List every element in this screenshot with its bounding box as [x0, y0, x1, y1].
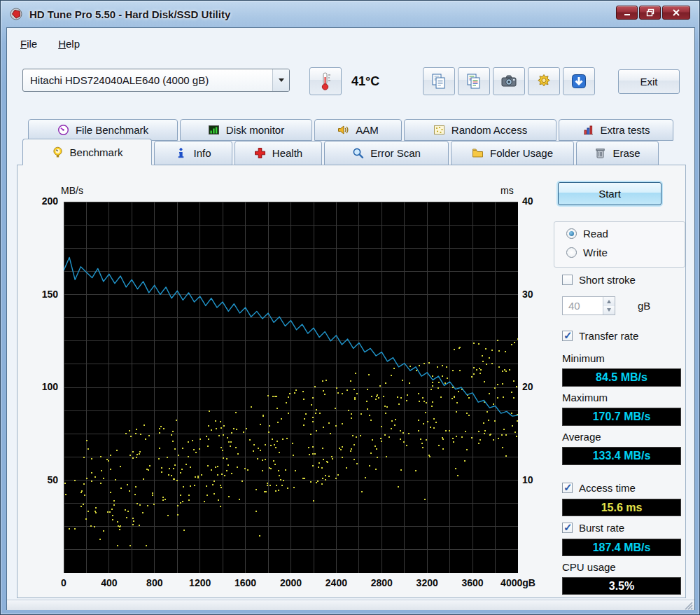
tab-label: Health	[272, 147, 302, 159]
y-right-tick: 10	[522, 474, 553, 485]
average-value: 133.4 MB/s	[562, 447, 681, 465]
temperature-value: 41°C	[351, 74, 379, 89]
restore-icon	[646, 8, 654, 17]
close-button[interactable]	[662, 6, 690, 20]
tab-random-access[interactable]: Random Access	[404, 119, 556, 141]
tab-disk-monitor[interactable]: Disk monitor	[180, 119, 312, 141]
checkbox-icon[interactable]	[562, 483, 573, 493]
tab-info[interactable]: Info	[154, 141, 232, 165]
trash-icon	[594, 147, 606, 159]
arrow-down-icon	[607, 308, 611, 312]
read-radio[interactable]: Read	[566, 228, 608, 240]
average-label: Average	[562, 431, 601, 443]
arrow-up-icon	[607, 300, 611, 303]
burst-rate-label: Burst rate	[579, 522, 624, 534]
y-left-axis-title: MB/s	[61, 185, 83, 196]
checkbox-icon[interactable]	[562, 523, 573, 533]
multi-bars-icon	[582, 124, 594, 136]
tab-erase[interactable]: Erase	[576, 141, 659, 165]
spinner-up-button[interactable]	[603, 297, 615, 306]
options-button[interactable]	[528, 67, 560, 95]
y-right-tick: 30	[522, 289, 553, 300]
gear-icon	[535, 72, 553, 90]
spinner-down-button[interactable]	[603, 306, 615, 315]
copy-image-button[interactable]	[458, 67, 490, 95]
tab-label: AAM	[356, 124, 379, 136]
info-icon	[175, 147, 187, 159]
y-left-tick: 100	[23, 381, 58, 392]
gauge-purple-icon	[57, 124, 69, 136]
client-area: File Help Hitachi HDS724040ALE640 (4000 …	[6, 27, 695, 610]
thermometer-icon	[316, 71, 335, 92]
burst-rate-checkbox[interactable]: Burst rate	[562, 522, 624, 534]
tab-folder-usage[interactable]: Folder Usage	[451, 141, 574, 165]
cpu-usage-label: CPU usage	[562, 561, 616, 573]
exit-button[interactable]: Exit	[618, 69, 680, 94]
tab-aam[interactable]: AAM	[314, 119, 402, 141]
radio-icon[interactable]	[566, 228, 577, 239]
camera-icon	[500, 72, 518, 90]
checkbox-icon[interactable]	[562, 331, 573, 341]
read-radio-label: Read	[583, 228, 608, 240]
y-left-tick: 150	[23, 289, 58, 300]
menu-file[interactable]: File	[13, 35, 45, 53]
tab-extra-tests[interactable]: Extra tests	[559, 119, 673, 141]
access-time-checkbox[interactable]: Access time	[562, 482, 636, 494]
tab-label: Erase	[612, 147, 640, 159]
screenshot-button[interactable]	[493, 67, 525, 95]
app-window: HD Tune Pro 5.50 - Hard Disk/SSD Utility…	[0, 0, 700, 615]
tab-file-benchmark[interactable]: File Benchmark	[28, 119, 178, 141]
tab-health[interactable]: Health	[234, 141, 322, 165]
transfer-rate-label: Transfer rate	[579, 330, 638, 342]
resize-grip[interactable]	[685, 600, 693, 609]
speaker-icon	[337, 124, 349, 136]
cpu-usage-value: 3.5%	[562, 577, 681, 595]
status-bar	[7, 600, 694, 610]
start-button[interactable]: Start	[558, 182, 662, 205]
minimize-button[interactable]	[616, 6, 638, 20]
drive-select[interactable]: Hitachi HDS724040ALE640 (4000 gB)	[22, 69, 290, 92]
short-stroke-value[interactable]: 40	[563, 297, 603, 315]
magnifier-icon	[352, 147, 364, 159]
restore-button[interactable]	[639, 6, 661, 20]
green-bars-icon	[208, 124, 220, 136]
radio-icon[interactable]	[566, 247, 577, 258]
short-stroke-unit: gB	[638, 300, 650, 312]
transfer-rate-checkbox[interactable]: Transfer rate	[562, 330, 638, 342]
minimum-label: Minimum	[562, 352, 605, 364]
short-stroke-spinner[interactable]: 40	[562, 296, 615, 315]
tab-label: Random Access	[451, 124, 527, 136]
tab-label: File Benchmark	[76, 124, 148, 136]
tab-label: Extra tests	[601, 124, 650, 136]
copy-pages-color-icon	[465, 72, 483, 90]
save-button[interactable]	[563, 67, 595, 95]
maximum-label: Maximum	[562, 392, 608, 403]
tab-label: Error Scan	[370, 147, 421, 159]
short-stroke-checkbox[interactable]: Short stroke	[562, 274, 636, 286]
y-left-tick: 50	[23, 474, 58, 485]
tab-benchmark[interactable]: Benchmark	[22, 139, 152, 165]
copy-pages-icon	[430, 72, 448, 90]
tab-label: Benchmark	[70, 146, 123, 158]
health-cross-icon	[254, 147, 266, 159]
tab-row-secondary: File BenchmarkDisk monitorAAMRandom Acce…	[28, 119, 673, 141]
y-right-axis-title: ms	[500, 185, 514, 196]
tab-row-primary: BenchmarkInfoHealthError ScanFolder Usag…	[22, 141, 659, 165]
checkbox-icon[interactable]	[562, 275, 573, 285]
tab-error-scan[interactable]: Error Scan	[324, 141, 449, 165]
copy-text-button[interactable]	[423, 67, 455, 95]
minimize-icon	[623, 8, 631, 17]
y-left-tick: 200	[23, 195, 58, 207]
menubar: File Help	[13, 35, 88, 53]
write-radio[interactable]: Write	[566, 247, 608, 258]
minimum-value: 84.5 MB/s	[562, 368, 681, 387]
random-dots-icon	[433, 124, 445, 136]
access-time-value: 15.6 ms	[562, 499, 681, 516]
menu-help[interactable]: Help	[50, 35, 88, 53]
dropdown-arrow-icon[interactable]	[272, 69, 289, 91]
close-icon	[672, 8, 680, 17]
temperature-button[interactable]	[309, 67, 342, 95]
drive-select-value: Hitachi HDS724040ALE640 (4000 gB)	[30, 74, 272, 86]
write-radio-label: Write	[583, 247, 608, 258]
short-stroke-label: Short stroke	[579, 274, 636, 286]
